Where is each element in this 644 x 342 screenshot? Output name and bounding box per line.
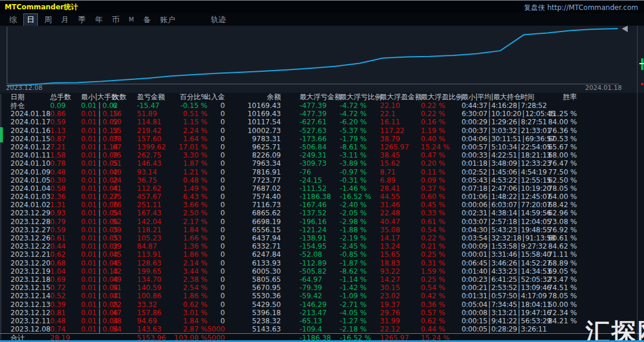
cell-win: 84.00 % (536, 118, 577, 126)
table-row-2023.12.21[interactable]: 2023.12.210.620.01|0.0345113.911.86 %062… (0, 250, 644, 259)
minmax-separator: | (97, 325, 103, 333)
cell-mfpp: 0.33 % (421, 209, 459, 217)
table-row-2024.01.12[interactable]: 2024.01.127.210.01|1.14671399.6217.01 %0… (0, 143, 644, 151)
table-row-2023.12.12[interactable]: 2023.12.120.810.01|0.0647157.863.01 %053… (0, 309, 644, 317)
cell-lots: 1.31 (50, 201, 73, 209)
menu-item-3[interactable]: 月 (58, 14, 72, 26)
table-row-2023.12.14[interactable]: 2023.12.140.520.01|0.0341100.861.86 %055… (0, 292, 644, 300)
column-header-11: 最大浮盈比例 (421, 93, 459, 102)
cell-time: 0:44:37 | 4:16:28 | 7:28:52 (462, 102, 543, 110)
cell-mfl: -24.15 (300, 176, 338, 184)
table-row-持仓[interactable]: 持仓0.090.01|0.026-15.47-0.15 %010169.43-4… (0, 102, 644, 110)
cell-flow: 0 (192, 102, 225, 110)
cell-time: 0:05:04 | 7:34:45 | 18:04:11 (462, 301, 543, 309)
menu-item-6[interactable]: 币 (109, 14, 122, 26)
table-row-2024.01.15[interactable]: 2024.01.150.870.01|0.0738157.601.64 %097… (0, 135, 644, 143)
cell-count: 38 (112, 135, 135, 143)
cell-mfp: 16.11 (380, 118, 418, 126)
menu-item-1[interactable]: 日 (23, 13, 38, 26)
cell-mfl: -154.95 (300, 242, 338, 250)
menu-item-9[interactable]: 账户 (157, 14, 178, 26)
table-row-2024.01.02[interactable]: 2024.01.021.310.01|0.0676251.113.66 %071… (0, 201, 644, 209)
table-row-2023.12.15[interactable]: 2023.12.150.720.01|0.0451140.592.54 %056… (0, 284, 644, 292)
cell-balance: 7816.91 (237, 168, 281, 176)
cell-mfl: -627.61 (300, 118, 338, 126)
menu-item-0[interactable]: 综 (6, 14, 20, 26)
minmax-separator: | (97, 193, 103, 201)
cell-mflp: -6.20 % (340, 118, 378, 126)
cell-balance: 10169.43 (237, 102, 281, 110)
column-header-7: 余额 (237, 93, 281, 102)
cell-time: 0:06:45 | 3:46:26 | 14:52:27 (462, 259, 543, 267)
table-row-2024.01.05[interactable]: 2024.01.050.300.01|0.022436.750.48 %0772… (0, 176, 644, 184)
cell-mfpp: 0.40 % (421, 135, 459, 143)
minmax-separator: | (97, 159, 103, 167)
table-row-2024.01.03[interactable]: 2024.01.032.360.01|0.2775457.676.43 %075… (0, 193, 644, 201)
cell-lots: 1.58 (50, 151, 73, 159)
table-row-2024.01.10[interactable]: 2024.01.100.780.01|0.0551146.431.87 %079… (0, 159, 644, 167)
cell-mfpp: 0.20 % (421, 159, 459, 167)
cell-date: 2023.12.29 (10, 209, 48, 217)
table-row-2023.12.28[interactable]: 2023.12.280.790.01|0.0652142.042.17 %066… (0, 218, 644, 226)
cell-date: 2023.12.26 (10, 234, 48, 242)
cell-mfpp: 1.19 % (421, 127, 459, 135)
cell-lots: 0.69 (50, 275, 73, 284)
cell-mfl: -137.52 (300, 209, 338, 217)
cell-flow: 0 (192, 259, 225, 267)
cell-lots: 7.21 (50, 143, 73, 151)
cell-balance: 7723.77 (237, 176, 281, 184)
cell-date: 2024.01.18 (10, 110, 48, 118)
menu-item-8[interactable]: 备 (140, 14, 154, 26)
cell-count: 40 (112, 168, 135, 176)
table-row-2023.12.19[interactable]: 2023.12.191.040.01|0.1342199.653.44 %060… (0, 267, 644, 275)
cell-date: 2024.01.15 (10, 135, 48, 143)
menu-item-7[interactable]: M (126, 16, 137, 23)
cell-date: 2023.12.08 (10, 325, 48, 333)
menu-item-4[interactable]: 季 (75, 14, 89, 26)
table-row-2024.01.04[interactable]: 2024.01.040.580.01|0.0441112.621.49 %076… (0, 184, 644, 193)
cell-flow: 0 (192, 284, 225, 292)
watermark: 汇探网 (586, 316, 644, 342)
table-row-2023.12.11[interactable]: 2023.12.110.480.01|0.043894.691.84 %0523… (0, 317, 644, 325)
table-row-2023.12.26[interactable]: 2023.12.260.610.01|0.0533105.231.66 %064… (0, 234, 644, 242)
cell-count: 47 (112, 309, 135, 317)
right-panel-divider (637, 26, 638, 342)
table-row-2023.12.22[interactable]: 2023.12.220.440.01|0.023984.871.36 %0633… (0, 242, 644, 250)
table-row-2024.01.18[interactable]: 2024.01.180.860.01|0.151651.890.51 %0101… (0, 110, 644, 118)
cell-win: 50.00 % (536, 301, 577, 309)
table-row-2024.01.16[interactable]: 2024.01.161.130.01|0.1355219.422.24 %010… (0, 127, 644, 135)
cell-count: 51 (112, 159, 135, 167)
min-lots: 0.01 (81, 159, 97, 167)
table-row-2023.12.20[interactable]: 2023.12.200.680.01|0.0445128.632.14 %061… (0, 259, 644, 267)
cell-mfp: 6.89 (380, 176, 418, 184)
table-row-2023.12.27[interactable]: 2023.12.270.590.01|0.0539118.211.84 %065… (0, 226, 644, 234)
table-row-2023.12.18[interactable]: 2023.12.180.690.01|0.0449134.702.38 %058… (0, 275, 644, 284)
table-row-2023.12.08[interactable]: 2023.12.080.740.01|0.0454143.632.87 %500… (0, 325, 644, 333)
cell-mfpp: 0.54 % (421, 226, 459, 234)
minmax-separator: | (97, 226, 103, 234)
menu-item-2[interactable]: 周 (41, 14, 55, 26)
cell-mfp: 44.55 (380, 193, 418, 201)
cell-date: 2024.01.10 (10, 159, 48, 167)
table-left-border (1, 94, 1, 340)
table-row-2023.12.13[interactable]: 2023.12.130.390.01|0.052233.320.62 %0542… (0, 301, 644, 309)
cell-count: 51 (112, 284, 135, 292)
table-row-2024.01.09[interactable]: 2024.01.090.480.01|0.024093.141.21 %0781… (0, 168, 644, 176)
cell-flow: 0 (192, 292, 225, 300)
cell-mfp: 1265.97 (380, 143, 418, 151)
table-row-2024.01.11[interactable]: 2024.01.111.580.01|0.0975262.753.30 %082… (0, 151, 644, 159)
cell-date: 2023.12.21 (10, 250, 48, 259)
cell-balance: 7574.40 (237, 193, 281, 201)
cell-flow: 0 (192, 242, 225, 250)
cell-mflp: -2.18 % (340, 325, 378, 333)
minmax-separator: | (97, 168, 103, 176)
cell-count: 45 (112, 250, 135, 259)
cell-lots: 1.04 (50, 267, 73, 275)
menu-item-trajectory[interactable]: 轨迹 (208, 14, 229, 26)
cell-mfl: -109.4 (300, 325, 338, 333)
min-lots: 0.01 (81, 209, 97, 217)
cell-time: 0:07:18 | 2:47:06 | 10:19:20 (462, 184, 543, 193)
table-row-2024.01.17[interactable]: 2024.01.170.590.01|0.0250114.811.15 %010… (0, 118, 644, 126)
table-row-2023.12.29[interactable]: 2023.12.290.930.01|0.0554167.432.50 %068… (0, 209, 644, 217)
menu-item-5[interactable]: 年 (92, 14, 105, 26)
